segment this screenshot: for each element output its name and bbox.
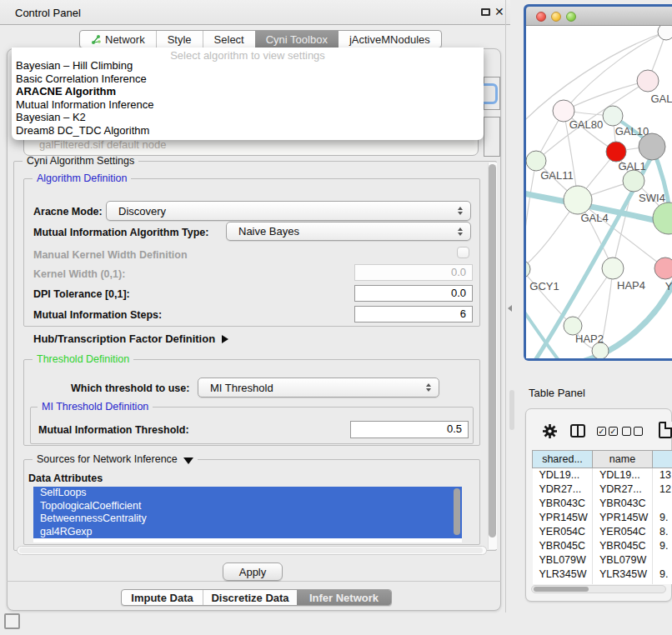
table-row[interactable]: YPR145WYPR145W9. (533, 511, 672, 525)
table-row[interactable]: YLR345WYLR345W9. (533, 568, 672, 582)
which-threshold-combo[interactable]: MI Threshold (198, 378, 439, 398)
algorithm-option-mutual-information-inference[interactable]: Mutual Information Inference (12, 98, 484, 112)
split-columns-icon[interactable] (570, 424, 585, 438)
network-node[interactable] (637, 70, 659, 92)
network-node[interactable] (653, 202, 672, 234)
settings-hscrollbar[interactable] (17, 546, 487, 555)
settings-scrollbar-thumb[interactable] (489, 164, 496, 538)
table-cell[interactable]: YIL052C (533, 582, 593, 585)
table-cell[interactable]: 9 (653, 582, 672, 585)
table-row[interactable]: YBL079WYBL079W (533, 553, 672, 568)
network-node[interactable] (654, 258, 672, 279)
table-cell[interactable]: YBR045C (593, 539, 653, 553)
table-cell[interactable]: YDL19... (593, 468, 653, 482)
table-cell[interactable]: YPR145W (593, 511, 653, 525)
panel-splitter[interactable] (505, 0, 506, 612)
group-title-row[interactable]: Sources for Network Inference (33, 453, 198, 465)
table-cell[interactable] (653, 497, 672, 511)
expand-arrow-icon[interactable] (222, 335, 228, 343)
hub-transcription-factor-section[interactable]: Hub/Transcription Factor Definition (33, 332, 228, 345)
table-cell[interactable]: YBR045C (533, 539, 593, 553)
table-hscrollbar-thumb[interactable] (534, 587, 589, 592)
network-window-titlebar[interactable] (526, 7, 672, 26)
column-header-extra[interactable] (653, 451, 672, 468)
network-node[interactable] (526, 151, 546, 171)
checked-column-icon[interactable]: ✓ (597, 427, 606, 436)
minimize-traffic-light[interactable] (551, 12, 561, 22)
node-table[interactable]: shared...nameYDL19...YDL19...13YDR27...Y… (532, 450, 672, 584)
settings-hscrollbar-thumb[interactable] (19, 548, 483, 553)
table-row[interactable]: YBR043CYBR043C (533, 497, 672, 511)
algorithm-option-basic-correlation-inference[interactable]: Basic Correlation Inference (12, 72, 484, 86)
tab-style[interactable]: Style (156, 31, 203, 48)
column-header-shared[interactable]: shared... (533, 451, 593, 468)
dock-panel-icon[interactable] (4, 613, 20, 629)
gear-icon[interactable] (542, 423, 558, 439)
table-cell[interactable]: YDL19... (533, 468, 593, 482)
tab-cyni-toolbox[interactable]: Cyni Toolbox (255, 31, 339, 48)
table-hscrollbar[interactable] (531, 585, 666, 593)
dpi-tolerance-field[interactable]: 0.0 (354, 285, 473, 302)
tab-jactivemnodules[interactable]: jActiveMNodules (339, 31, 441, 48)
mi-steps-field[interactable]: 6 (354, 306, 473, 322)
table-cell[interactable]: 13 (653, 468, 672, 482)
table-cell[interactable]: YBR043C (593, 497, 653, 511)
table-cell[interactable]: YDR27... (533, 482, 593, 497)
table-cell[interactable]: 8. (653, 525, 672, 539)
float-window-icon[interactable] (481, 8, 490, 16)
close-traffic-light[interactable] (536, 12, 546, 22)
splitter-collapse-icon[interactable] (508, 305, 512, 312)
table-cell[interactable]: YIL052C (593, 582, 653, 585)
table-cell[interactable]: YLR345W (533, 568, 593, 582)
table-cell[interactable]: 12 (653, 482, 672, 497)
close-window-icon[interactable]: ✕ (494, 5, 504, 18)
kernel-width-field[interactable]: 0.0 (354, 264, 473, 281)
aracne-mode-combo[interactable]: Discovery (106, 201, 471, 221)
network-node[interactable] (603, 106, 623, 126)
network-node[interactable] (606, 142, 626, 162)
table-cell[interactable]: YER054C (533, 525, 593, 539)
tab-infer-network[interactable]: Infer Network (297, 590, 391, 605)
network-node[interactable] (623, 170, 644, 192)
table-cell[interactable]: YBR043C (533, 497, 593, 511)
table-row[interactable]: YIL052CYIL052C9 (533, 582, 672, 585)
network-node[interactable] (564, 186, 592, 214)
data-attributes-list[interactable]: SelfLoopsTopologicalCoefficientBetweenne… (33, 487, 462, 542)
column-header-name[interactable]: name (593, 451, 653, 468)
attribute-item-selfloops[interactable]: SelfLoops (33, 487, 462, 500)
attribute-item-betweennesscentrality[interactable]: BetweennessCentrality (33, 512, 462, 526)
checked-column-icon[interactable]: ✓ (609, 427, 618, 436)
tab-network[interactable]: Network (80, 31, 156, 48)
table-cell[interactable]: YBL079W (593, 553, 653, 568)
tab-select[interactable]: Select (203, 31, 255, 48)
table-cell[interactable]: 9. (653, 539, 672, 553)
unchecked-column-icon[interactable] (622, 427, 631, 436)
zoom-traffic-light[interactable] (566, 12, 576, 22)
algorithm-option-dream8-dc-tdc-algorithm[interactable]: Dream8 DC_TDC Algorithm (12, 124, 484, 138)
unchecked-column-icon[interactable] (634, 427, 643, 436)
table-row[interactable]: YDR27...YDR27...12 (533, 482, 672, 497)
table-cell[interactable]: YPR145W (533, 511, 593, 525)
attribute-item-gal4rgexp[interactable]: gal4RGexp (33, 526, 462, 539)
algorithm-option-aracne-algorithm[interactable]: ARACNE Algorithm (12, 85, 484, 98)
mi-algorithm-type-combo[interactable]: Naive Bayes (226, 222, 471, 241)
apply-button[interactable]: Apply (223, 562, 283, 581)
collapse-arrow-icon[interactable] (183, 458, 193, 464)
attributes-scrollbar-thumb[interactable] (454, 488, 460, 535)
table-cell[interactable]: 9. (653, 568, 672, 582)
table-cell[interactable]: YBL079W (533, 553, 593, 568)
network-node[interactable] (658, 26, 672, 40)
table-row[interactable]: YER054CYER054C8. (533, 525, 672, 539)
table-row[interactable]: YBR045CYBR045C9. (533, 539, 672, 553)
table-cell[interactable]: YLR345W (593, 568, 653, 582)
side-scrollbar-thumb[interactable] (509, 390, 514, 430)
table-cell[interactable]: YDR27... (593, 482, 653, 497)
network-canvas[interactable]: GAL7GAL80GAL10GAL1SWI4GAL11GAL4GCY1HAP4Y… (526, 26, 672, 358)
tab-discretize-data[interactable]: Discretize Data (203, 590, 297, 605)
tab-impute-data[interactable]: Impute Data (122, 590, 203, 605)
table-cell[interactable]: 9. (653, 511, 672, 525)
table-cell[interactable]: YER054C (593, 525, 653, 539)
table-row[interactable]: YDL19...YDL19...13 (533, 468, 672, 482)
network-node[interactable] (602, 258, 624, 279)
attribute-item-topologicalcoefficient[interactable]: TopologicalCoefficient (33, 500, 462, 513)
